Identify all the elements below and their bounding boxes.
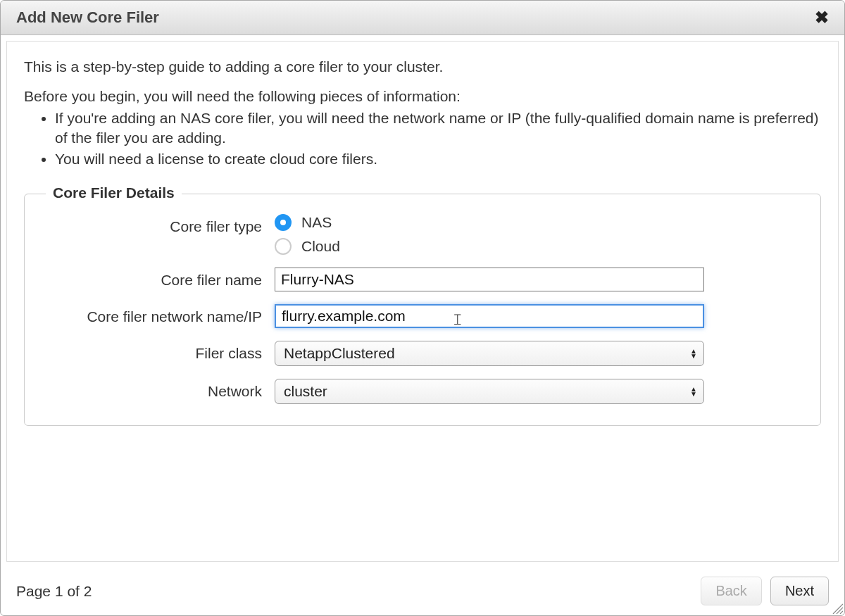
filer-class-label: Filer class bbox=[46, 341, 275, 363]
dialog-content: This is a step-by-step guide to adding a… bbox=[6, 41, 839, 562]
filer-type-cloud-radio[interactable]: Cloud bbox=[275, 238, 799, 255]
filer-name-input[interactable] bbox=[275, 268, 704, 291]
footer-buttons: Back Next bbox=[701, 577, 829, 605]
filer-type-nas-radio[interactable]: NAS bbox=[275, 214, 799, 231]
dialog-footer: Page 1 of 2 Back Next bbox=[1, 567, 844, 615]
dialog-titlebar: Add New Core Filer ✖ bbox=[1, 1, 844, 35]
intro-text: This is a step-by-step guide to adding a… bbox=[24, 57, 821, 77]
filer-type-label: Core filer type bbox=[46, 214, 275, 236]
svg-line-2 bbox=[840, 611, 843, 614]
filer-network-control: 𝙸 bbox=[275, 304, 799, 328]
network-select-value: cluster bbox=[284, 383, 327, 400]
before-begin-list: If you're adding an NAS core filer, you … bbox=[24, 108, 821, 170]
radio-unchecked-icon bbox=[275, 238, 292, 255]
radio-label: NAS bbox=[301, 214, 332, 231]
dialog-title: Add New Core Filer bbox=[16, 8, 159, 27]
filer-name-control bbox=[275, 268, 799, 291]
close-icon[interactable]: ✖ bbox=[812, 8, 832, 27]
filer-class-select[interactable]: NetappClustered ▲▼ bbox=[275, 341, 704, 366]
radio-checked-icon bbox=[275, 214, 292, 231]
filer-class-value: NetappClustered bbox=[284, 345, 395, 362]
svg-line-1 bbox=[837, 608, 843, 614]
filer-name-row: Core filer name bbox=[46, 268, 799, 291]
core-filer-details-fieldset: Core Filer Details Core filer type NAS C… bbox=[24, 194, 821, 426]
page-indicator: Page 1 of 2 bbox=[16, 583, 92, 600]
filer-name-label: Core filer name bbox=[46, 268, 275, 289]
resize-grip-icon[interactable] bbox=[830, 601, 843, 614]
filer-class-control: NetappClustered ▲▼ bbox=[275, 341, 799, 366]
fieldset-legend: Core Filer Details bbox=[46, 184, 182, 201]
next-button[interactable]: Next bbox=[770, 577, 829, 605]
before-begin-heading: Before you begin, you will need the foll… bbox=[24, 87, 821, 106]
list-item: You will need a license to create cloud … bbox=[55, 149, 821, 169]
radio-label: Cloud bbox=[301, 238, 340, 255]
network-select-control: cluster ▲▼ bbox=[275, 379, 799, 404]
list-item: If you're adding an NAS core filer, you … bbox=[55, 108, 821, 149]
filer-type-radio-group: NAS Cloud bbox=[275, 214, 799, 255]
back-button[interactable]: Back bbox=[701, 577, 761, 605]
network-select-row: Network cluster ▲▼ bbox=[46, 379, 799, 404]
network-select[interactable]: cluster ▲▼ bbox=[275, 379, 704, 404]
network-select-label: Network bbox=[46, 379, 275, 401]
filer-network-input[interactable] bbox=[275, 304, 704, 328]
filer-class-row: Filer class NetappClustered ▲▼ bbox=[46, 341, 799, 366]
add-core-filer-dialog: Add New Core Filer ✖ This is a step-by-s… bbox=[0, 0, 845, 616]
before-begin-section: Before you begin, you will need the foll… bbox=[24, 87, 821, 169]
filer-network-label: Core filer network name/IP bbox=[46, 304, 275, 326]
filer-network-row: Core filer network name/IP 𝙸 bbox=[46, 304, 799, 328]
filer-type-row: Core filer type NAS Cloud bbox=[46, 214, 799, 255]
